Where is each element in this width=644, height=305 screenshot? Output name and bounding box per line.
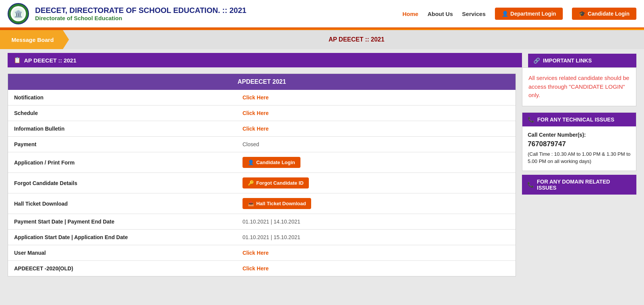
call-timing: (Call Time : 10.30 AM to 1.00 PM & 1.30 … <box>528 150 631 165</box>
phone-icon-2: 📞 <box>527 182 534 188</box>
table-row: Payment Closed <box>8 137 516 152</box>
table-title: APDEECET 2021 <box>8 74 516 90</box>
table-row: Schedule Click Here <box>8 105 516 121</box>
row-label-notification: Notification <box>8 90 236 105</box>
message-board-tab: Message Board <box>0 30 69 49</box>
message-board-bar: Message Board AP DEECET :: 2021 <box>0 30 644 49</box>
row-label-forgot: Forgot Candidate Details <box>8 173 236 193</box>
dept-login-button[interactable]: 👤 Department Login <box>495 8 563 20</box>
svg-text:🏛️: 🏛️ <box>14 10 23 18</box>
table-row: Application Start Date | Application End… <box>8 230 516 245</box>
phone-icon: 📞 <box>528 117 534 123</box>
candidate-login-button[interactable]: 🎓 Candidate Login <box>572 8 636 20</box>
domain-issues-header: 📞 FOR ANY DOMAIN RELATED ISSUES <box>522 175 636 195</box>
sidebar: All services related candidate should be… <box>522 67 636 276</box>
table-row: Hall Ticket Download 📥 Hall Ticket Downl… <box>8 193 516 214</box>
link-icon: 🔗 <box>533 57 540 64</box>
payment-dates-text: 01.10.2021 | 14.10.2021 <box>243 219 300 225</box>
header-nav: Home About Us Services 👤 Department Logi… <box>402 8 636 20</box>
content-area: APDEECET 2021 Notification Click Here Sc… <box>8 67 516 276</box>
table-row: Notification Click Here <box>8 90 516 105</box>
phone-number: 7670879747 <box>528 140 631 148</box>
row-label-old: APDEECET -2020(OLD) <box>8 261 236 276</box>
tech-issues-box: 📞 FOR ANY TECHNICAL ISSUES Call Center N… <box>522 112 636 171</box>
row-label-user-manual: User Manual <box>8 245 236 261</box>
tech-issues-header: 📞 FOR ANY TECHNICAL ISSUES <box>522 113 636 126</box>
row-label-app-date: Application Start Date | Application End… <box>8 230 236 245</box>
table-row: Forgot Candidate Details 🔑 Forgot Candid… <box>8 173 516 193</box>
notification-link[interactable]: Click Here <box>243 94 268 101</box>
hall-ticket-download-btn[interactable]: 📥 Hall Ticket Download <box>243 198 312 209</box>
info-bulletin-link[interactable]: Click Here <box>243 126 268 132</box>
user-icon: 👤 <box>502 11 508 17</box>
sub-title: Directorate of School Education <box>35 15 396 21</box>
row-label-payment-date: Payment Start Date | Payment End Date <box>8 214 236 230</box>
old-link[interactable]: Click Here <box>243 265 268 271</box>
user-manual-link[interactable]: Click Here <box>243 250 268 256</box>
important-links-header: 🔗 IMPORTANT LINKS <box>528 54 636 67</box>
table-row: APDEECET -2020(OLD) Click Here <box>8 261 516 276</box>
table-row: Application / Print Form 👤 Candidate Log… <box>8 152 516 173</box>
key-icon-btn: 🔑 <box>248 180 254 186</box>
payment-closed-text: Closed <box>243 141 259 147</box>
nav-home[interactable]: Home <box>402 11 418 17</box>
data-table: Notification Click Here Schedule Click H… <box>8 90 516 276</box>
hat-icon: 🎓 <box>579 11 585 17</box>
ap-deecet-section-header: 📋 AP DEECET :: 2021 <box>8 53 522 67</box>
important-links-text: All services related candidate should be… <box>528 74 630 100</box>
schedule-link[interactable]: Click Here <box>243 110 268 116</box>
row-label-info-bulletin: Information Bulletin <box>8 121 236 137</box>
row-label-hall-ticket: Hall Ticket Download <box>8 193 236 214</box>
row-label-schedule: Schedule <box>8 105 236 121</box>
app-dates-text: 01.10.2021 | 15.10.2021 <box>243 234 300 240</box>
table-wrapper: APDEECET 2021 Notification Click Here Sc… <box>8 73 516 276</box>
table-row: User Manual Click Here <box>8 245 516 261</box>
tech-issues-content: Call Center Number(s): 7670879747 (Call … <box>522 126 636 171</box>
important-links-box: All services related candidate should be… <box>522 67 636 106</box>
table-row: Payment Start Date | Payment End Date 01… <box>8 214 516 230</box>
row-label-application: Application / Print Form <box>8 152 236 173</box>
call-center-label: Call Center Number(s): <box>528 132 631 138</box>
table-row: Information Bulletin Click Here <box>8 121 516 137</box>
message-board-title: AP DEECET :: 2021 <box>69 30 644 49</box>
nav-services[interactable]: Services <box>462 11 486 17</box>
forgot-candidate-id-btn[interactable]: 🔑 Forgot Candidate ID <box>243 177 309 188</box>
user-icon-btn: 👤 <box>248 160 254 165</box>
candidate-login-btn[interactable]: 👤 Candidate Login <box>243 157 300 168</box>
nav-about[interactable]: About Us <box>427 11 453 17</box>
header-title-block: DEECET, DIRECTORATE OF SCHOOL EDUCATION.… <box>35 6 396 21</box>
main-title: DEECET, DIRECTORATE OF SCHOOL EDUCATION.… <box>35 6 396 15</box>
logo: 🏛️ <box>8 3 29 24</box>
download-icon-btn: 📥 <box>248 201 254 206</box>
header: 🏛️ DEECET, DIRECTORATE OF SCHOOL EDUCATI… <box>0 0 644 29</box>
main-container: APDEECET 2021 Notification Click Here Sc… <box>0 67 644 284</box>
table-icon: 📋 <box>14 57 21 64</box>
row-label-payment: Payment <box>8 137 236 152</box>
